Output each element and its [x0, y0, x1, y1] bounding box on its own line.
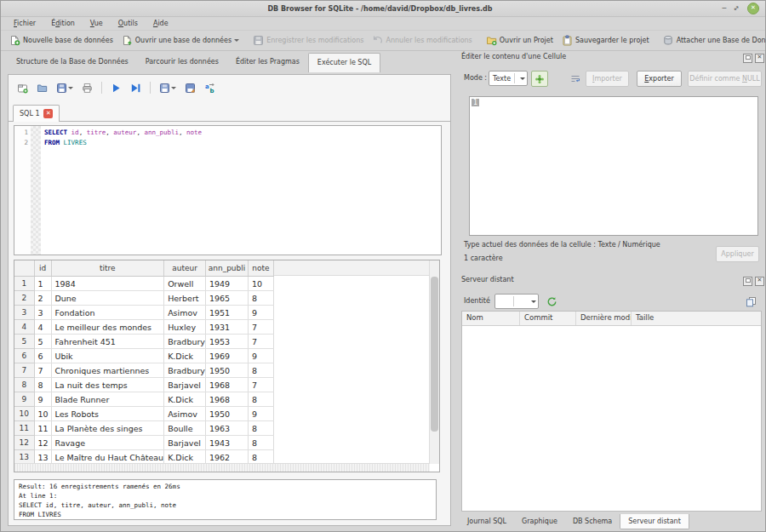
open-database-dropdown-icon[interactable] [234, 39, 239, 44]
menu-item-vue[interactable]: Vue [84, 19, 109, 28]
row-header[interactable]: 10 [14, 407, 34, 421]
table-cell[interactable]: 5 [34, 335, 51, 349]
menu-item-édition[interactable]: Édition [45, 19, 81, 28]
table-cell[interactable]: 1951 [205, 306, 248, 320]
row-header[interactable]: 6 [14, 349, 34, 363]
open-sql-tab-button[interactable] [15, 81, 30, 95]
cell-content-editor[interactable]: 1 [469, 96, 758, 236]
column-header-auteur[interactable]: auteur [164, 260, 206, 277]
table-cell[interactable]: 7 [248, 320, 273, 335]
close-button[interactable]: ✕ [747, 3, 759, 14]
table-cell[interactable]: 1931 [205, 320, 248, 335]
table-cell[interactable]: 1950 [205, 363, 248, 378]
table-cell[interactable]: 1950 [205, 407, 248, 421]
table-cell[interactable]: 1968 [205, 378, 248, 392]
row-header[interactable]: 8 [14, 378, 34, 392]
table-cell[interactable]: Fahrenheit 451 [51, 335, 164, 349]
save-results-dropdown-icon[interactable] [171, 87, 176, 92]
remote-column-header-nom[interactable]: Nom [462, 312, 520, 325]
table-cell[interactable]: 9 [34, 392, 51, 407]
table-cell[interactable]: Blade Runner [51, 392, 164, 407]
table-cell[interactable]: 11 [34, 421, 51, 436]
menu-item-outils[interactable]: Outils [112, 19, 144, 28]
sql-tab-close-button[interactable]: ✕ [43, 109, 53, 118]
table-cell[interactable]: 9 [248, 306, 273, 320]
table-cell[interactable]: Barjavel [164, 378, 206, 392]
table-cell[interactable]: 1969 [205, 349, 248, 363]
table-cell[interactable]: 1984 [51, 277, 164, 291]
table-cell[interactable]: 3 [34, 306, 51, 320]
sql-tab[interactable]: SQL 1 ✕ [13, 105, 60, 122]
dock-close-icon[interactable] [755, 277, 764, 286]
table-cell[interactable]: Barjavel [164, 436, 206, 450]
bottom-tab-1[interactable]: Graphique [514, 514, 565, 529]
table-cell[interactable]: 8 [248, 363, 273, 378]
table-cell[interactable]: Ravage [51, 436, 164, 450]
row-header[interactable]: 5 [14, 335, 34, 349]
mode-select[interactable]: Texte [489, 71, 528, 86]
row-header[interactable]: 11 [14, 421, 34, 436]
bottom-tab-0[interactable]: Journal SQL [460, 514, 514, 529]
bottom-tab-3[interactable]: Serveur distant [620, 514, 689, 529]
open-database-button[interactable]: Ouvrir une base de données [117, 32, 243, 49]
menu-item-aide[interactable]: Aide [147, 19, 174, 28]
row-header[interactable]: 3 [14, 306, 34, 320]
table-cell[interactable]: 7 [248, 335, 273, 349]
row-header[interactable]: 9 [14, 392, 34, 407]
row-header[interactable]: 13 [14, 450, 34, 465]
main-tab-0[interactable]: Structure de la Base de Données [8, 53, 137, 72]
main-tab-3[interactable]: Exécuter le SQL [308, 53, 380, 72]
main-tab-1[interactable]: Parcourir les données [137, 53, 227, 72]
column-header-id[interactable]: id [34, 260, 51, 277]
row-header[interactable]: 2 [14, 291, 34, 306]
table-cell[interactable]: 8 [248, 421, 273, 436]
table-cell[interactable]: 12 [34, 436, 51, 450]
row-header[interactable]: 4 [14, 320, 34, 335]
table-cell[interactable]: 8 [248, 450, 273, 465]
open-project-button[interactable]: Ouvrir un Projet [482, 32, 557, 49]
table-cell[interactable]: Orwell [164, 277, 206, 291]
table-cell[interactable]: La Planète des singes [51, 421, 164, 436]
table-cell[interactable]: Les Robots [51, 407, 164, 421]
remote-column-header-dernière-modific[interactable]: Dernière modific [576, 312, 632, 325]
dock-close-icon[interactable] [755, 54, 764, 63]
table-cell[interactable]: 10 [34, 407, 51, 421]
table-cell[interactable]: 4 [34, 320, 51, 335]
clone-database-button[interactable] [742, 294, 760, 310]
table-cell[interactable]: Ubik [51, 349, 164, 363]
main-tab-2[interactable]: Éditer les Pragmas [227, 53, 308, 72]
row-header[interactable]: 1 [14, 277, 34, 291]
remote-column-header-taille[interactable]: Taille [632, 312, 761, 325]
table-cell[interactable]: 2 [34, 291, 51, 306]
sql-code-area[interactable]: SELECT id, titre, auteur, ann_publi, not… [41, 126, 441, 255]
new-database-button[interactable]: Nouvelle base de données [5, 32, 117, 49]
table-cell[interactable]: Dune [51, 291, 164, 306]
table-cell[interactable]: 8 [248, 436, 273, 450]
dock-float-icon[interactable] [743, 277, 752, 286]
table-cell[interactable]: Huxley [164, 320, 206, 335]
table-cell[interactable]: La nuit des temps [51, 378, 164, 392]
table-cell[interactable]: Herbert [164, 291, 206, 306]
remote-column-header-commit[interactable]: Commit [520, 312, 576, 325]
open-sql-file-button[interactable] [35, 81, 49, 95]
column-header-titre[interactable]: titre [51, 260, 164, 277]
save-results-button[interactable] [157, 81, 178, 95]
execution-log[interactable]: Result: 16 enregistrements ramenés en 26… [14, 479, 437, 520]
minimize-button[interactable]: ─ [722, 5, 726, 12]
table-cell[interactable]: Chroniques martiennes [51, 363, 164, 378]
attach-database-button[interactable]: Attacher une Base de Données [659, 32, 766, 49]
table-cell[interactable]: 1968 [205, 392, 248, 407]
table-cell[interactable]: Fondation [51, 306, 164, 320]
table-cell[interactable]: 1 [34, 277, 51, 291]
table-cell[interactable]: 8 [248, 291, 273, 306]
print-button[interactable] [80, 81, 94, 95]
row-header[interactable]: 12 [14, 436, 34, 450]
table-cell[interactable]: 1953 [205, 335, 248, 349]
sql-editor[interactable]: 12 SELECT id, titre, auteur, ann_publi, … [14, 125, 442, 255]
table-cell[interactable]: Bradbury [164, 363, 206, 378]
table-cell[interactable]: 9 [248, 349, 273, 363]
export-csv-button[interactable] [183, 81, 197, 95]
table-cell[interactable]: 10 [248, 277, 273, 291]
table-cell[interactable]: 8 [248, 392, 273, 407]
scrollbar-thumb[interactable] [431, 277, 438, 432]
